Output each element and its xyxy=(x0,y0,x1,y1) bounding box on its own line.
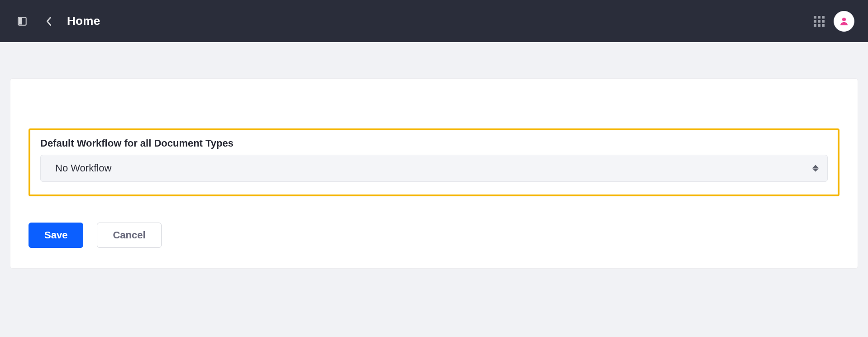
header-left: Home xyxy=(17,14,100,28)
workflow-select[interactable]: No Workflow xyxy=(40,155,828,182)
workflow-highlight-box: Default Workflow for all Document Types … xyxy=(29,128,839,196)
save-button[interactable]: Save xyxy=(29,223,83,248)
page-title: Home xyxy=(67,14,100,28)
panel-toggle-icon[interactable] xyxy=(17,16,27,26)
workflow-select-wrap: No Workflow xyxy=(40,155,828,182)
header-right xyxy=(814,11,854,32)
form-actions: Save Cancel xyxy=(29,223,839,248)
user-avatar[interactable] xyxy=(834,11,854,32)
cancel-button[interactable]: Cancel xyxy=(97,223,161,248)
back-icon[interactable] xyxy=(45,15,52,27)
svg-rect-1 xyxy=(19,18,22,24)
svg-point-2 xyxy=(842,18,846,21)
workflow-label: Default Workflow for all Document Types xyxy=(40,138,828,149)
main-content: Default Workflow for all Document Types … xyxy=(0,42,868,278)
app-header: Home xyxy=(0,0,868,42)
apps-grid-icon[interactable] xyxy=(814,16,825,27)
user-icon xyxy=(839,16,849,27)
settings-card: Default Workflow for all Document Types … xyxy=(10,78,858,269)
